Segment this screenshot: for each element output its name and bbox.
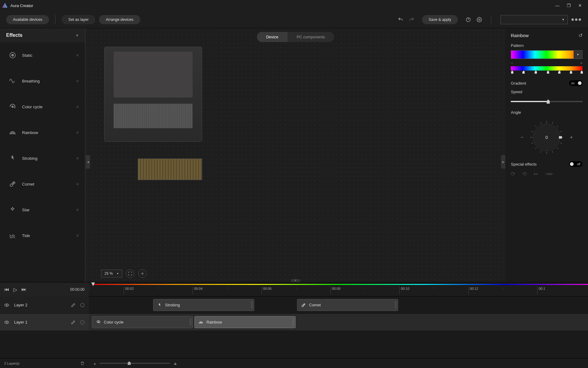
zoom-out-icon[interactable]: ▲ xyxy=(93,362,96,365)
zoom-dropdown[interactable]: 25 %▼ xyxy=(101,270,122,278)
drag-handle-icon: ≡ xyxy=(76,233,79,238)
pattern-label: Pattern xyxy=(511,43,582,48)
remove-stop-icon[interactable]: − xyxy=(511,61,513,65)
svg-line-24 xyxy=(560,131,562,132)
skip-end-icon[interactable]: ⏭ xyxy=(21,287,26,292)
timeline: ⏮ ▷ ⏭ 00:00.00 00:0200:0400:0600:0800:10… xyxy=(0,282,588,368)
visibility-icon[interactable] xyxy=(4,320,9,325)
undo-icon[interactable] xyxy=(396,15,405,24)
effect-item-strobing[interactable]: Strobing ≡ xyxy=(0,145,85,171)
svg-line-17 xyxy=(557,148,558,149)
settings-icon[interactable] xyxy=(475,15,484,24)
svg-line-22 xyxy=(531,131,533,132)
timeline-layer[interactable]: Layer 1 Color cycleRainbow xyxy=(0,314,588,331)
collapse-bottom-icon[interactable]: ▼ xyxy=(291,279,300,282)
close-icon[interactable]: ✕ xyxy=(578,3,582,8)
visibility-icon[interactable] xyxy=(4,303,9,308)
drag-handle-icon: ≡ xyxy=(76,156,79,161)
layer-color-icon[interactable] xyxy=(80,303,85,307)
zoom-value: 25 % xyxy=(104,271,113,276)
chevron-down-icon: ▼ xyxy=(76,34,79,37)
profile-dropdown[interactable]: ▼ xyxy=(500,15,568,24)
center-view-icon[interactable] xyxy=(138,269,147,278)
svg-line-21 xyxy=(552,151,553,153)
maximize-icon[interactable]: ❐ xyxy=(567,3,571,8)
clip-resize-handle[interactable] xyxy=(292,318,294,326)
effect-item-breathing[interactable]: Breathing ≡ xyxy=(0,68,85,94)
bounce-in-icon: ⇥⇤ xyxy=(545,171,554,177)
pattern-dropdown[interactable]: ▼ xyxy=(511,50,582,59)
effects-header[interactable]: Effects ▼ xyxy=(0,28,85,42)
layer-color-icon[interactable] xyxy=(80,320,85,324)
svg-point-8 xyxy=(142,273,143,274)
minimize-icon[interactable]: — xyxy=(555,3,560,8)
timeline-zoom-slider[interactable] xyxy=(100,363,170,364)
separator xyxy=(491,15,491,24)
clip-resize-handle[interactable] xyxy=(251,301,253,309)
redo-icon[interactable] xyxy=(407,15,416,24)
gradient-toggle[interactable]: on xyxy=(569,80,582,86)
layer-track[interactable]: StrobingComet xyxy=(89,297,588,313)
collapse-left-icon[interactable]: ◀ xyxy=(86,155,90,169)
gradient-strip[interactable] xyxy=(511,66,582,71)
clip-comet[interactable]: Comet xyxy=(297,299,398,311)
skip-start-icon[interactable]: ⏮ xyxy=(4,287,9,292)
app-title: Aura Creator xyxy=(10,3,555,8)
timeline-ruler[interactable]: 00:0200:0400:0600:0800:1000:1200:1 xyxy=(89,282,588,297)
tab-device[interactable]: Device xyxy=(257,32,288,42)
gradient-stops[interactable] xyxy=(511,71,582,75)
edit-icon[interactable] xyxy=(71,320,75,324)
angle-minus-icon[interactable]: − xyxy=(521,135,523,140)
zoom-in-icon[interactable]: ▲ xyxy=(173,361,178,366)
drag-handle-icon: ≡ xyxy=(76,207,79,212)
svg-line-19 xyxy=(552,122,553,124)
collapse-right-icon[interactable]: ▶ xyxy=(501,155,505,169)
svg-line-18 xyxy=(541,122,541,124)
properties-panel: Rainbow ↺ Pattern ▼ −+ Gradient on Speed… xyxy=(505,28,588,282)
svg-line-16 xyxy=(535,148,537,149)
fit-view-icon[interactable] xyxy=(126,269,134,278)
tide-icon xyxy=(6,232,19,239)
timeline-layer[interactable]: Layer 2 StrobingComet xyxy=(0,297,588,314)
canvas[interactable]: Device PC components ◀ ▶ 25 %▼ ▼ xyxy=(86,28,505,282)
device-keyboard[interactable] xyxy=(138,159,202,180)
clip-resize-handle[interactable] xyxy=(190,318,191,326)
ruler-tick: 00:12 xyxy=(468,287,478,294)
svg-point-7 xyxy=(10,184,13,186)
layer-track[interactable]: Color cycleRainbow xyxy=(89,314,588,331)
delete-layer-icon[interactable] xyxy=(80,361,85,366)
play-icon[interactable]: ▷ xyxy=(13,287,17,293)
effect-item-colorcycle[interactable]: Color cycle ≡ xyxy=(0,94,85,120)
speed-slider[interactable]: |···|···| xyxy=(511,101,582,102)
arrange-devices-button[interactable]: Arrange devices xyxy=(99,15,140,24)
tab-pc-components[interactable]: PC components xyxy=(288,32,334,42)
clip-resize-handle[interactable] xyxy=(395,301,397,309)
angle-dial[interactable]: 0 xyxy=(528,119,565,156)
edit-icon[interactable] xyxy=(71,303,75,307)
set-as-layer-button[interactable]: Set as layer xyxy=(62,15,95,24)
effect-item-comet[interactable]: Comet ≡ xyxy=(0,171,85,197)
device-laptop[interactable] xyxy=(104,47,202,142)
clip-colorcycle[interactable]: Color cycle xyxy=(92,316,193,328)
add-stop-icon[interactable]: + xyxy=(580,61,582,65)
clip-rainbow[interactable]: Rainbow xyxy=(194,316,296,328)
svg-point-27 xyxy=(6,305,7,306)
effect-label: Tide xyxy=(19,233,76,238)
app-logo-icon xyxy=(2,3,7,8)
effect-item-static[interactable]: Static ≡ xyxy=(0,42,85,68)
effect-item-tide[interactable]: Tide ≡ xyxy=(0,223,85,248)
view-toggle: Device PC components xyxy=(257,32,334,42)
effect-item-star[interactable]: Star ≡ xyxy=(0,197,85,223)
more-icon[interactable]: ●●● xyxy=(571,16,582,23)
svg-point-3 xyxy=(479,19,480,20)
effect-item-rainbow[interactable]: Rainbow ≡ xyxy=(0,120,85,145)
svg-line-25 xyxy=(560,143,562,144)
reset-icon[interactable]: ↺ xyxy=(579,33,582,38)
special-effects-toggle[interactable]: off xyxy=(569,161,582,167)
angle-plus-icon[interactable]: + xyxy=(570,135,573,140)
save-apply-button[interactable]: Save & apply xyxy=(422,15,458,24)
available-devices-button[interactable]: Available devices xyxy=(6,15,49,24)
help-icon[interactable] xyxy=(464,15,473,24)
clip-strobing[interactable]: Strobing xyxy=(153,299,254,311)
svg-rect-26 xyxy=(559,136,562,139)
